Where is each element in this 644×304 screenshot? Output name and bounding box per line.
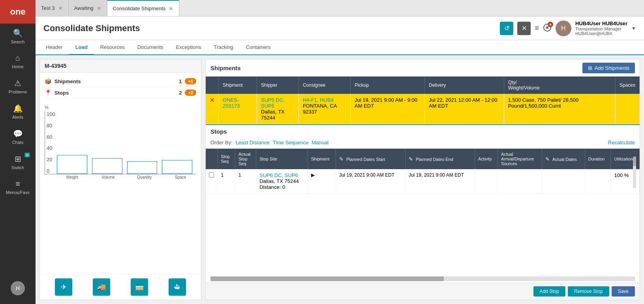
consignee-link[interactable]: H4-F1, HUB4 (303, 97, 334, 103)
stop-site-link[interactable]: SUP6 DC, SUP6 (259, 172, 298, 178)
left-panel: M-43945 📦 Shipments 1 +1 📍 Stops 2 +2 % (39, 59, 201, 300)
stops-section-title: Stops (206, 125, 640, 138)
manual-link[interactable]: Manual (312, 140, 329, 145)
sub-tab-documents[interactable]: Documents (131, 40, 170, 55)
shipper-link[interactable]: SUP5 DC, SUP6 (261, 97, 285, 109)
sidebar-item-problems[interactable]: ⚠ Problems (0, 74, 36, 99)
header-actions: ↺ ✕ ≡ ★ ★ H HUB4User HUB4User Transporta… (500, 21, 636, 36)
shipments-badge: +1 (185, 78, 196, 84)
hamburger-icon[interactable]: ≡ (535, 24, 539, 32)
edit-icon-planned-end[interactable]: ✎ (409, 156, 413, 162)
transport-ship-button[interactable]: ⛴ (169, 278, 186, 296)
stops-tree-row[interactable]: 📍 Stops 2 +2 (45, 87, 196, 99)
sidebar-item-profile[interactable]: H (11, 276, 25, 300)
stop-row[interactable]: 1 1 SUP6 DC, SUP6 Dallas, TX 75244 Dista… (206, 169, 640, 194)
notification-icon[interactable]: ★ ★ (543, 23, 552, 33)
transport-air-button[interactable]: ✈ (55, 278, 72, 296)
sidebar-item-alerts[interactable]: 🔔 Alerts (0, 99, 36, 124)
tab-close-icon[interactable]: ✕ (58, 6, 63, 11)
shipment-row[interactable]: ✕ ONES-253173 SUP5 DC, SUP6 Dallas, TX 7… (206, 94, 640, 124)
user-dropdown-arrow[interactable]: ▼ (631, 26, 636, 31)
col-shipment: Shipment (219, 76, 257, 94)
remove-cell[interactable]: ✕ (206, 94, 219, 124)
y-axis-60: 60 (47, 134, 55, 140)
stop-col-actual-sources: ActualArrival/DepartureSources (498, 149, 542, 169)
right-panel: Shipments ⊞ Add Shipments Shipmen (205, 59, 640, 300)
save-button[interactable]: Save (612, 286, 635, 297)
sub-tab-resources[interactable]: Resources (94, 40, 131, 55)
add-stop-button[interactable]: Add Stop (533, 286, 565, 297)
sub-tab-tracking[interactable]: Tracking (207, 40, 239, 55)
user-email: HUB4User@HUB4 (575, 31, 627, 36)
time-sequence-link[interactable]: Time Sequence (273, 140, 309, 145)
sub-tab-exceptions[interactable]: Exceptions (170, 40, 208, 55)
shipper-cell: SUP5 DC, SUP6 Dallas, TX 75244 (257, 94, 299, 124)
tab-close-icon[interactable]: ✕ (97, 6, 101, 11)
stop-col-planned-end: ✎ Planned Dates End (405, 149, 475, 169)
x-label-space: Space (165, 175, 197, 179)
sidebar-item-switch[interactable]: ⊞ ⊞ Switch (0, 149, 36, 175)
horizontal-scrollbar[interactable] (210, 276, 635, 281)
stop-site-cell: SUP6 DC, SUP6 Dallas, TX 75244 Distance:… (256, 169, 308, 194)
tab-label: Test 3 (41, 5, 55, 11)
remove-stop-button[interactable]: Remove Stop (568, 286, 609, 297)
sidebar-item-label: Chats (12, 140, 24, 145)
qty-cell: 1,500 Case, 750 Pallet/ 28,500 Pound/1,5… (504, 94, 615, 124)
shipments-tree-row[interactable]: 📦 Shipments 1 +1 (45, 76, 196, 87)
recalculate-link[interactable]: Recalculate (608, 140, 635, 145)
sidebar-item-home[interactable]: ⌂ Home (0, 49, 36, 74)
stops-label: Stops (54, 90, 176, 96)
stop-checkbox[interactable] (209, 172, 214, 177)
sub-tab-bar: Header Load Resources Documents Exceptio… (36, 40, 644, 55)
edit-icon-planned-start[interactable]: ✎ (339, 156, 344, 162)
least-distance-link[interactable]: Least Distance (236, 140, 270, 145)
remove-shipment-button[interactable]: ✕ (210, 97, 214, 103)
stop-check-cell[interactable] (206, 169, 218, 194)
tab-awaiting[interactable]: Awaiting ✕ (69, 0, 107, 16)
transport-rail-button[interactable]: 🚃 (131, 278, 148, 296)
col-delivery: Delivery (425, 76, 504, 94)
sidebar-item-label: Search (11, 39, 25, 44)
tab-consolidate-shipments[interactable]: Consolidate Shipments ✕ (107, 0, 180, 16)
delivery-cell: Jul 22, 2021 12:00 AM - 12:00 AM EDT (425, 94, 504, 124)
col-pickup: Pickup (351, 76, 425, 94)
sub-tab-load[interactable]: Load (69, 40, 94, 55)
warning-icon: ⚠ (14, 78, 21, 88)
stop-actual-dates-cell (542, 169, 585, 194)
grid-icon: ⊞ (588, 65, 592, 71)
stop-distance: Distance: 0 (259, 184, 285, 190)
sidebar-item-search[interactable]: 🔍 Search (0, 24, 36, 49)
tab-test3[interactable]: Test 3 ✕ (36, 0, 69, 16)
search-icon: 🔍 (13, 28, 23, 38)
add-shipments-button[interactable]: ⊞ Add Shipments (582, 63, 635, 73)
col-consignee: Consignee (299, 76, 350, 94)
bottom-buttons: Add Stop Remove Stop Save (206, 283, 640, 300)
tab-label: Awaiting (74, 5, 94, 11)
transport-truck-button[interactable]: 🚚 (93, 278, 110, 296)
avatar: H (11, 281, 25, 295)
close-page-button[interactable]: ✕ (517, 22, 531, 35)
sidebar-item-chats[interactable]: 💬 Chats (0, 124, 36, 149)
stop-actual-sources-cell (498, 169, 542, 194)
home-icon: ⌂ (15, 54, 20, 63)
refresh-button[interactable]: ↺ (500, 22, 513, 35)
x-label-quantity: Quantity (129, 175, 160, 179)
tab-close-icon[interactable]: ✕ (169, 6, 173, 11)
tree-section: 📦 Shipments 1 +1 📍 Stops 2 +2 (40, 73, 201, 102)
shipment-link[interactable]: ONES-253173 (223, 97, 240, 109)
notification-badge: ★ (548, 22, 553, 27)
consignee-address: FONTANA, CA 92337 (303, 103, 337, 115)
shipments-icon: 📦 (45, 78, 51, 84)
x-label-weight: Weight (56, 175, 88, 179)
tab-bar: Test 3 ✕ Awaiting ✕ Consolidate Shipment… (36, 0, 644, 17)
order-by-row: Order By: Least Distance Time Sequence M… (206, 138, 640, 149)
edit-icon-actual-dates[interactable]: ✎ (545, 156, 550, 162)
col-qty: Qty/Weight/Volume (504, 76, 615, 94)
y-axis-100: 100 (47, 111, 55, 117)
sub-tab-containers[interactable]: Containers (240, 40, 277, 55)
sub-tab-header[interactable]: Header (39, 40, 69, 55)
stop-planned-start-cell: Jul 19, 2021 9:00 AM EDT (336, 169, 405, 194)
shipments-table: Shipment Shipper Consignee Pickup Delive… (206, 76, 640, 124)
shipments-section-title: Shipments (210, 65, 241, 71)
sidebar-item-menus[interactable]: ≡ Menus/Favs (0, 175, 36, 200)
